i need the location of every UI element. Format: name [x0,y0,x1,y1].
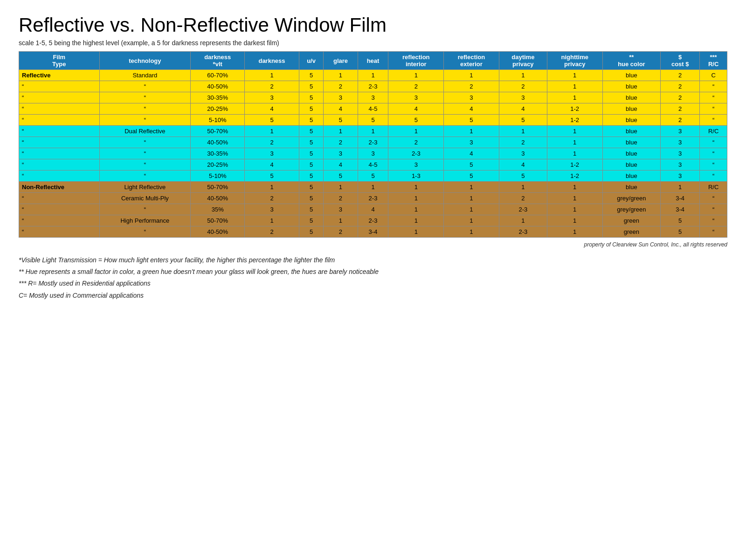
table-cell: R/C [700,126,727,137]
table-cell: 5 [299,137,324,148]
table-cell: 5 [245,171,299,182]
table-cell: 35% [191,204,245,215]
table-cell: 3 [358,148,388,159]
table-cell: 4 [245,159,299,171]
table-cell: 5 [358,115,388,126]
table-cell: Light Reflective [99,182,190,193]
table-cell: “ [700,148,727,159]
table-cell: blue [602,70,661,81]
table-cell: 5 [324,115,358,126]
table-cell: 1-2 [547,159,602,171]
table-cell: 5 [299,92,324,103]
col-header-4: u/v [299,52,324,70]
table-cell: 1 [324,70,358,81]
table-cell: “ [700,193,727,204]
table-cell: 5-10% [191,171,245,182]
table-cell: R/C [700,182,727,193]
table-cell: 4 [499,103,547,115]
table-cell: “ [99,204,190,215]
col-header-9: daytimeprivacy [499,52,547,70]
table-cell: High Performance [99,215,190,226]
table-cell: 2-3 [358,137,388,148]
table-cell: 2 [388,137,444,148]
table-cell: “ [19,103,100,115]
table-cell: 3 [388,159,444,171]
table-cell: “ [700,137,727,148]
table-cell: 40-50% [191,226,245,238]
table-cell: 5 [299,81,324,92]
table-cell: 5 [299,159,324,171]
table-cell: 1 [358,70,388,81]
table-cell: 1 [499,70,547,81]
table-cell: “ [19,193,100,204]
table-row: ““35%3534112-31grey/green3-4“ [19,204,727,215]
table-cell: 5 [299,126,324,137]
table-cell: Standard [99,70,190,81]
col-header-11: **hue color [602,52,661,70]
table-cell: “ [19,226,100,238]
table-cell: 3 [444,137,499,148]
table-row: ““40-50%2522-32321blue3“ [19,137,727,148]
table-cell: 3-4 [661,193,700,204]
footnote-item: ** Hue represents a small factor in colo… [19,266,727,278]
table-cell: 2 [324,193,358,204]
comparison-table: FilmTypetechnologydarkness*vltdarknessu/… [19,51,727,238]
table-cell: 2-3 [499,226,547,238]
table-cell: 1 [388,226,444,238]
col-header-12: $cost $ [661,52,700,70]
table-cell: 50-70% [191,182,245,193]
table-row: “Dual Reflective50-70%15111111blue3R/C [19,126,727,137]
table-cell: 5 [299,103,324,115]
table-cell: “ [99,226,190,238]
table-cell: 5 [299,193,324,204]
table-cell: 4 [324,103,358,115]
col-header-5: glare [324,52,358,70]
table-cell: 5 [299,70,324,81]
table-cell: “ [19,148,100,159]
table-cell: 1 [547,204,602,215]
table-cell: 2-3 [358,193,388,204]
col-header-3: darkness [245,52,299,70]
table-cell: 60-70% [191,70,245,81]
col-header-6: heat [358,52,388,70]
table-cell: 1 [324,182,358,193]
table-cell: 2 [245,193,299,204]
table-cell: 1 [358,182,388,193]
table-cell: 1 [499,182,547,193]
table-cell: blue [602,137,661,148]
table-cell: “ [700,204,727,215]
table-cell: 3 [358,92,388,103]
table-cell: 3 [661,148,700,159]
table-cell: 5 [499,115,547,126]
table-cell: grey/green [602,204,661,215]
table-cell: 3 [499,92,547,103]
table-cell: “ [700,81,727,92]
table-cell: 5 [358,171,388,182]
table-cell: blue [602,126,661,137]
table-cell: 20-25% [191,103,245,115]
table-cell: 3 [245,148,299,159]
table-cell: 3 [388,92,444,103]
table-cell: 4 [444,103,499,115]
table-cell: 2 [499,193,547,204]
table-cell: 2 [444,81,499,92]
col-header-8: reflectionexterior [444,52,499,70]
table-cell: blue [602,81,661,92]
col-header-2: darkness*vlt [191,52,245,70]
table-cell: 40-50% [191,193,245,204]
table-cell: 50-70% [191,215,245,226]
table-cell: 5 [661,226,700,238]
table-cell: blue [602,92,661,103]
table-cell: 1 [324,215,358,226]
table-cell: “ [19,115,100,126]
table-cell: 1 [324,126,358,137]
table-cell: 1 [388,126,444,137]
table-cell: 3-4 [661,204,700,215]
table-row: Non-ReflectiveLight Reflective50-70%1511… [19,182,727,193]
table-cell: 1 [444,70,499,81]
table-cell: 3-4 [358,226,388,238]
table-cell: 1 [388,215,444,226]
table-cell: 3 [661,171,700,182]
table-cell: 5 [299,226,324,238]
table-cell: 1-2 [547,115,602,126]
